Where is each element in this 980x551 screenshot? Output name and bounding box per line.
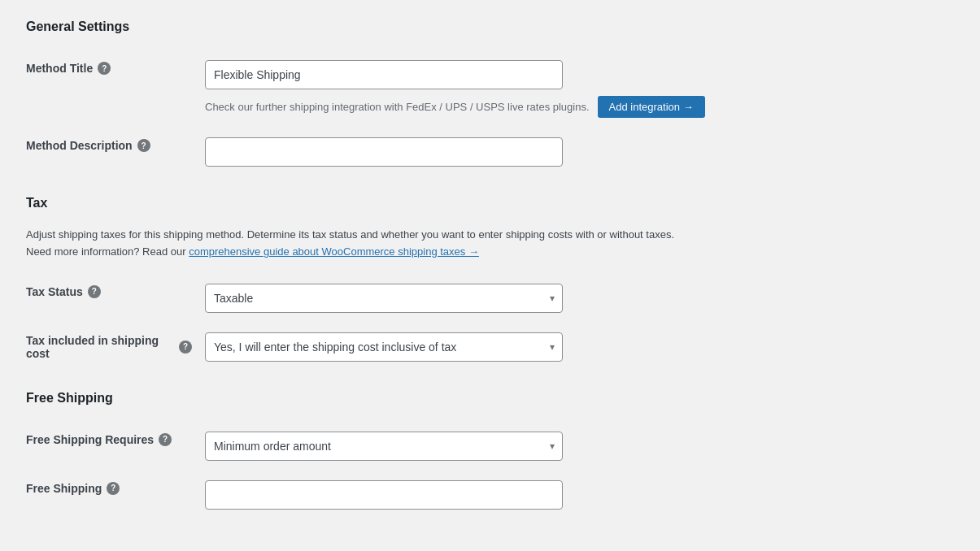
method-title-label: Method Title ? — [26, 62, 192, 75]
tax-status-label-cell: Tax Status ? — [26, 274, 205, 323]
free-shipping-table: Free Shipping Requires ? N/A Minimum ord… — [26, 422, 954, 519]
tax-section-title: Tax — [26, 196, 954, 210]
integration-note-text: Check our further shipping integration w… — [205, 101, 590, 113]
tax-settings-table: Tax Status ? Taxable None ▾ Tax included… — [26, 274, 954, 371]
method-title-input[interactable] — [205, 60, 563, 89]
free-shipping-requires-row: Free Shipping Requires ? N/A Minimum ord… — [26, 422, 954, 471]
tax-included-select[interactable]: Yes, I will enter the shipping cost incl… — [205, 332, 563, 362]
free-shipping-amount-row: Free Shipping ? — [26, 471, 954, 519]
free-shipping-requires-select-wrapper: N/A Minimum order amount Coupon Minimum … — [205, 432, 563, 461]
free-shipping-amount-label: Free Shipping ? — [26, 482, 192, 495]
method-title-help-icon[interactable]: ? — [98, 62, 111, 75]
method-description-input-cell — [205, 128, 954, 176]
free-shipping-amount-label-cell: Free Shipping ? — [26, 471, 205, 519]
method-description-label-cell: Method Description ? — [26, 128, 205, 176]
tax-included-label: Tax included in shipping cost ? — [26, 334, 192, 360]
tax-status-select-cell: Taxable None ▾ — [205, 274, 954, 323]
tax-section: Tax Adjust shipping taxes for this shipp… — [26, 196, 954, 261]
free-shipping-section-title: Free Shipping — [26, 391, 954, 406]
free-shipping-requires-label-cell: Free Shipping Requires ? — [26, 422, 205, 471]
tax-included-select-cell: Yes, I will enter the shipping cost incl… — [205, 323, 954, 371]
method-title-label-cell: Method Title ? — [26, 50, 205, 128]
tax-description: Adjust shipping taxes for this shipping … — [26, 227, 725, 261]
tax-description-prefix: Need more information? Read our — [26, 245, 186, 258]
tax-included-row: Tax included in shipping cost ? Yes, I w… — [26, 323, 954, 371]
tax-included-help-icon[interactable]: ? — [179, 341, 192, 354]
free-shipping-amount-input-cell — [205, 471, 954, 519]
free-shipping-requires-select[interactable]: N/A Minimum order amount Coupon Minimum … — [205, 432, 563, 461]
general-settings-title: General Settings — [26, 20, 954, 34]
general-settings-table: Method Title ? Check our further shippin… — [26, 50, 954, 176]
add-integration-button[interactable]: Add integration → — [598, 96, 705, 118]
method-description-label: Method Description ? — [26, 139, 192, 152]
page-container: General Settings Method Title ? Check ou… — [0, 0, 980, 539]
tax-status-label: Tax Status ? — [26, 285, 192, 298]
free-shipping-requires-help-icon[interactable]: ? — [159, 433, 172, 446]
tax-description-text: Adjust shipping taxes for this shipping … — [26, 228, 674, 241]
method-description-help-icon[interactable]: ? — [137, 139, 150, 152]
free-shipping-requires-select-cell: N/A Minimum order amount Coupon Minimum … — [205, 422, 954, 471]
free-shipping-section: Free Shipping — [26, 391, 954, 406]
method-title-input-cell: Check our further shipping integration w… — [205, 50, 954, 128]
tax-guide-link[interactable]: comprehensive guide about WooCommerce sh… — [189, 245, 479, 258]
tax-included-label-cell: Tax included in shipping cost ? — [26, 323, 205, 371]
tax-status-row: Tax Status ? Taxable None ▾ — [26, 274, 954, 323]
tax-status-help-icon[interactable]: ? — [88, 285, 101, 298]
method-title-row: Method Title ? Check our further shippin… — [26, 50, 954, 128]
tax-status-select[interactable]: Taxable None — [205, 284, 563, 313]
free-shipping-amount-input[interactable] — [205, 480, 563, 510]
free-shipping-requires-label: Free Shipping Requires ? — [26, 433, 192, 446]
tax-included-select-wrapper: Yes, I will enter the shipping cost incl… — [205, 332, 563, 362]
method-description-row: Method Description ? — [26, 128, 954, 176]
integration-note: Check our further shipping integration w… — [205, 96, 954, 118]
free-shipping-amount-help-icon[interactable]: ? — [107, 482, 120, 495]
tax-status-select-wrapper: Taxable None ▾ — [205, 284, 563, 313]
method-description-input[interactable] — [205, 137, 563, 167]
